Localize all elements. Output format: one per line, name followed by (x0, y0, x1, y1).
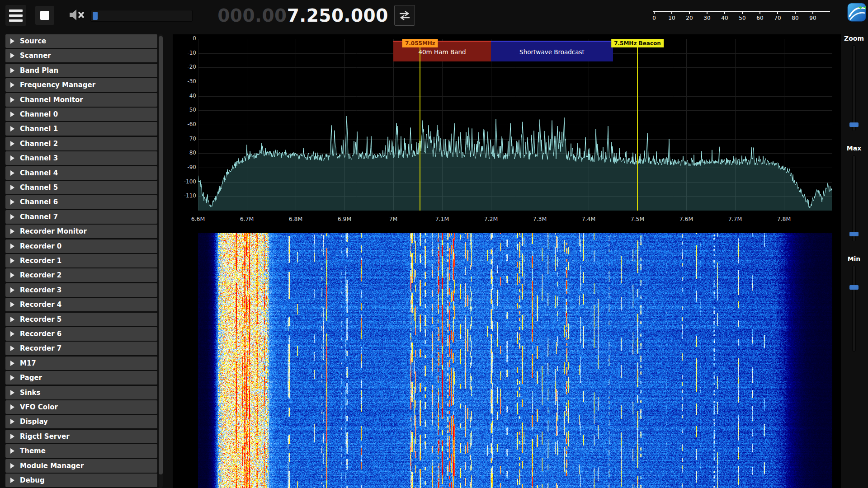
sidebar-item-label: Theme (20, 447, 46, 455)
sidebar-item-recorder-7[interactable]: Recorder 7 (5, 342, 157, 355)
sdrpp-logo: ++ (847, 3, 866, 22)
stop-button[interactable] (35, 6, 54, 25)
sidebar-item-channel-4[interactable]: Channel 4 (5, 166, 157, 180)
collapse-arrow-icon (10, 478, 14, 483)
collapse-arrow-icon (10, 302, 14, 307)
max-slider[interactable] (852, 155, 856, 241)
sidebar-item-channel-2[interactable]: Channel 2 (5, 137, 157, 150)
snr-tick-label: 0 (648, 15, 660, 21)
sidebar-item-label: Recorder Monitor (20, 227, 87, 235)
sidebar-item-module-manager[interactable]: Module Manager (5, 459, 157, 473)
collapse-arrow-icon (10, 214, 14, 220)
sidebar-item-display[interactable]: Display (5, 415, 157, 428)
snr-tick-label: 20 (684, 15, 695, 21)
snr-tick-mark (654, 12, 655, 14)
sidebar-item-label: Recorder 6 (20, 330, 61, 338)
collapse-arrow-icon (10, 346, 14, 351)
fft-y-tick-label: -60 (175, 121, 196, 127)
sidebar-item-recorder-0[interactable]: Recorder 0 (5, 239, 157, 253)
sidebar-item-m17[interactable]: M17 (5, 357, 157, 370)
sidebar-item-debug[interactable]: Debug (5, 474, 157, 487)
sidebar-item-label: M17 (20, 359, 36, 367)
sidebar-item-channel-7[interactable]: Channel 7 (5, 210, 157, 224)
min-slider[interactable] (852, 266, 856, 352)
waterfall-canvas[interactable] (198, 233, 832, 488)
sidebar-item-recorder-2[interactable]: Recorder 2 (5, 268, 157, 282)
sidebar-item-channel-monitor[interactable]: Channel Monitor (5, 93, 157, 107)
sidebar-item-label: Channel 5 (20, 183, 58, 192)
sidebar-item-recorder-1[interactable]: Recorder 1 (5, 254, 157, 267)
volume-slider[interactable] (90, 10, 193, 22)
frequency-marker-line (637, 47, 638, 211)
mute-button[interactable] (68, 8, 86, 23)
zoom-slider-handle[interactable] (849, 122, 859, 127)
max-label: Max (840, 145, 868, 152)
sidebar-item-source[interactable]: Source (5, 34, 157, 48)
sidebar-item-label: Module Manager (20, 462, 84, 470)
sidebar-item-recorder-monitor[interactable]: Recorder Monitor (5, 225, 157, 238)
sidebar-item-label: Debug (20, 476, 45, 484)
snr-tick-label: 50 (736, 15, 748, 21)
sidebar-item-label: Band Plan (20, 66, 58, 75)
collapse-arrow-icon (10, 155, 14, 161)
sidebar-item-label: Display (20, 418, 48, 426)
sidebar-item-recorder-3[interactable]: Recorder 3 (5, 283, 157, 297)
sidebar-item-channel-1[interactable]: Channel 1 (5, 122, 157, 136)
snr-tick-label: 70 (772, 15, 783, 21)
snr-tick-label: 80 (789, 15, 801, 21)
collapse-arrow-icon (10, 375, 14, 380)
volume-slider-handle[interactable] (93, 12, 98, 20)
zoom-slider[interactable] (852, 45, 856, 131)
sidebar-item-label: Scanner (20, 52, 51, 60)
min-slider-handle[interactable] (849, 285, 859, 290)
fft-y-tick-label: -90 (175, 164, 196, 170)
fft-x-tick-label: 7M (380, 216, 407, 222)
menu-button[interactable] (5, 5, 26, 26)
sidebar-item-theme[interactable]: Theme (5, 444, 157, 458)
sidebar-item-sinks[interactable]: Sinks (5, 386, 157, 399)
sidebar-item-scanner[interactable]: Scanner (5, 49, 157, 62)
fft-y-tick-label: -100 (175, 178, 196, 185)
sidebar-item-label: Pager (20, 374, 42, 382)
collapse-arrow-icon (10, 141, 14, 146)
snr-meter-scale-line (653, 11, 830, 12)
sidebar-scrollbar[interactable] (159, 34, 163, 488)
sidebar-scrollbar-thumb[interactable] (159, 36, 163, 474)
tuning-mode-button[interactable] (394, 5, 415, 26)
sidebar-item-frequency-manager[interactable]: Frequency Manager (5, 78, 157, 92)
sidebar-item-vfo-color[interactable]: VFO Color (5, 400, 157, 414)
collapse-arrow-icon (10, 331, 14, 337)
sidebar-item-recorder-5[interactable]: Recorder 5 (5, 313, 157, 326)
sidebar-item-label: Sinks (20, 389, 41, 397)
fft-x-tick-label: 7.2M (477, 216, 505, 222)
sidebar-item-label: Channel 4 (20, 169, 58, 177)
sidebar-item-channel-3[interactable]: Channel 3 (5, 151, 157, 165)
sidebar-item-label: Recorder 0 (20, 242, 61, 250)
sidebar-item-recorder-4[interactable]: Recorder 4 (5, 298, 157, 311)
collapse-arrow-icon (10, 170, 14, 176)
sidebar-item-recorder-6[interactable]: Recorder 6 (5, 327, 157, 341)
collapse-arrow-icon (10, 390, 14, 395)
collapse-arrow-icon (10, 434, 14, 439)
collapse-arrow-icon (10, 463, 14, 469)
snr-tick-mark (707, 12, 708, 14)
snr-tick-label: 10 (666, 15, 678, 21)
sidebar-item-channel-5[interactable]: Channel 5 (5, 181, 157, 194)
max-slider-handle[interactable] (849, 232, 859, 236)
sidebar-item-rigctl-server[interactable]: Rigctl Server (5, 430, 157, 443)
snr-tick-label: 60 (754, 15, 766, 21)
band-plan-label: 40m Ham Band (418, 48, 466, 56)
fft-x-tick-label: 7.6M (673, 216, 700, 222)
sidebar-item-band-plan[interactable]: Band Plan (5, 64, 157, 77)
frequency-main-digits: 7.250.000 (287, 5, 388, 26)
sidebar-item-pager[interactable]: Pager (5, 371, 157, 385)
fft-y-tick-label: -40 (175, 93, 196, 99)
fft-plot-canvas[interactable] (198, 39, 832, 211)
frequency-display[interactable]: 000.007.250.000 (217, 4, 389, 27)
sidebar-item-channel-6[interactable]: Channel 6 (5, 195, 157, 209)
collapse-arrow-icon (10, 97, 14, 103)
sidebar-item-label: Channel Monitor (20, 96, 83, 104)
collapse-arrow-icon (10, 287, 14, 293)
swap-arrows-icon (398, 10, 411, 21)
sidebar-item-channel-0[interactable]: Channel 0 (5, 108, 157, 121)
